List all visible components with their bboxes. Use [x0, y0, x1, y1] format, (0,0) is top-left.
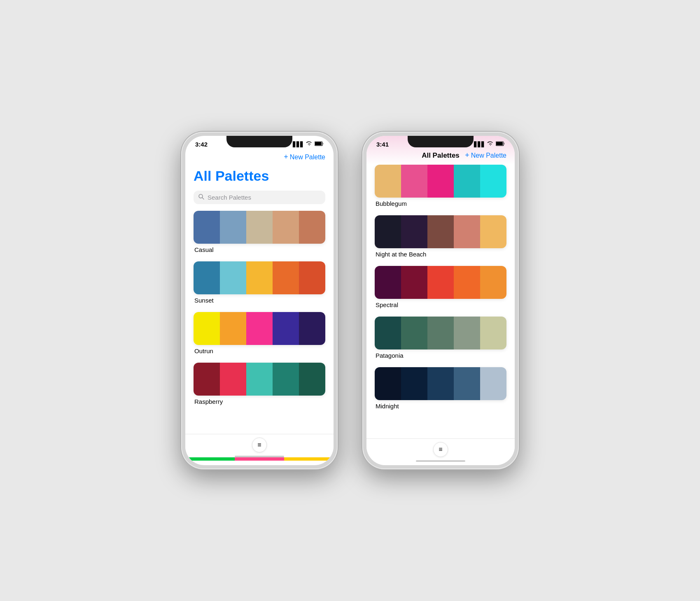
palette-item-night-beach[interactable]: Night at the Beach [375, 215, 506, 258]
palette-name-bubblegum: Bubblegum [375, 200, 506, 207]
palette-swatch-patagonia [375, 317, 506, 349]
color-block [273, 211, 299, 244]
svg-rect-1 [315, 142, 322, 145]
color-block [401, 317, 427, 349]
color-block [273, 261, 299, 294]
nav-bar-2: All Palettes + New Palette [366, 149, 515, 165]
signal-icon-1: ▋▋▋ [293, 142, 304, 147]
palette-item-casual[interactable]: Casual [194, 211, 325, 253]
color-block [375, 266, 401, 299]
color-block [246, 211, 273, 244]
color-block [427, 215, 454, 248]
color-block [246, 363, 273, 396]
bottom-color-pink [235, 457, 284, 461]
palette-name-patagonia: Patagonia [375, 352, 506, 359]
signal-icon-2: ▋▋▋ [474, 142, 485, 147]
color-block [220, 363, 246, 396]
notch-1 [226, 136, 292, 147]
color-block [427, 317, 454, 349]
palette-item-bubblegum[interactable]: Bubblegum [375, 165, 506, 207]
bottom-color-yellow [284, 457, 334, 461]
search-placeholder-1: Search Palettes [208, 194, 251, 201]
color-block [375, 317, 401, 349]
palette-item-sunset[interactable]: Sunset [194, 261, 325, 304]
phone-2: 3:41 ▋▋▋ All Palettes + New Palette [362, 132, 519, 469]
color-block [454, 165, 480, 198]
palette-name-spectral: Spectral [375, 301, 506, 308]
color-block [401, 165, 427, 198]
new-palette-button-1[interactable]: + New Palette [284, 153, 325, 161]
palette-name-outrun: Outrun [194, 347, 325, 354]
svg-rect-7 [504, 143, 505, 144]
color-block [375, 215, 401, 248]
color-block [480, 266, 506, 299]
color-block [480, 165, 506, 198]
palette-swatch-raspberry [194, 363, 325, 396]
tab-list-icon-1[interactable]: ≡ [252, 438, 267, 452]
color-block [375, 367, 401, 400]
color-block [427, 266, 454, 299]
color-block [246, 261, 273, 294]
color-block [454, 317, 480, 349]
color-block [273, 363, 299, 396]
status-icons-1: ▋▋▋ [293, 141, 324, 147]
palette-name-midnight: Midnight [375, 403, 506, 410]
palette-swatch-outrun [194, 312, 325, 345]
search-icon-1 [198, 194, 204, 201]
color-block [480, 367, 506, 400]
palette-name-raspberry: Raspberry [194, 398, 325, 405]
tab-list-icon-2[interactable]: ≡ [433, 442, 448, 457]
color-block [220, 261, 246, 294]
svg-line-4 [202, 198, 204, 199]
status-time-2: 3:41 [376, 141, 389, 148]
bottom-color-bar-1 [185, 457, 334, 461]
color-block [480, 317, 506, 349]
nav-title-2: All Palettes [422, 151, 460, 160]
screen-1: + New Palette All Palettes Search Palett… [185, 149, 334, 461]
color-block [299, 363, 325, 396]
palette-name-casual: Casual [194, 246, 325, 253]
battery-icon-2 [496, 141, 505, 147]
plus-icon-2: + [465, 151, 469, 160]
palette-list-1: Casual Sunset [185, 211, 334, 448]
color-block [427, 367, 454, 400]
new-palette-button-2[interactable]: + New Palette [465, 151, 506, 160]
color-block [194, 211, 220, 244]
palette-swatch-midnight [375, 367, 506, 400]
color-block [454, 367, 480, 400]
color-block [299, 312, 325, 345]
palette-item-midnight[interactable]: Midnight [375, 367, 506, 410]
svg-rect-2 [323, 143, 324, 144]
search-bar-1[interactable]: Search Palettes [194, 191, 325, 204]
home-indicator-2 [416, 460, 465, 462]
color-block [454, 215, 480, 248]
wifi-icon-2 [487, 141, 494, 147]
palette-item-patagonia[interactable]: Patagonia [375, 317, 506, 359]
palette-swatch-sunset [194, 261, 325, 294]
status-icons-2: ▋▋▋ [474, 141, 505, 147]
color-block [299, 211, 325, 244]
color-block [401, 266, 427, 299]
palette-swatch-bubblegum [375, 165, 506, 198]
palette-swatch-spectral [375, 266, 506, 299]
new-palette-label-1: New Palette [290, 154, 325, 161]
color-block [454, 266, 480, 299]
color-block [273, 312, 299, 345]
color-block [375, 165, 401, 198]
new-palette-label-2: New Palette [471, 152, 506, 159]
color-block [401, 367, 427, 400]
notch-2 [408, 136, 474, 147]
palette-item-spectral[interactable]: Spectral [375, 266, 506, 308]
palette-name-night-beach: Night at the Beach [375, 251, 506, 258]
color-block [194, 312, 220, 345]
palette-swatch-casual [194, 211, 325, 244]
color-block [299, 261, 325, 294]
page-title-1: All Palettes [185, 165, 334, 191]
color-block [427, 165, 454, 198]
palette-item-outrun[interactable]: Outrun [194, 312, 325, 354]
color-block [194, 261, 220, 294]
palette-item-raspberry[interactable]: Raspberry [194, 363, 325, 405]
plus-icon-1: + [284, 153, 288, 161]
nav-bar-1: + New Palette [185, 149, 334, 165]
status-time-1: 3:42 [195, 141, 208, 148]
